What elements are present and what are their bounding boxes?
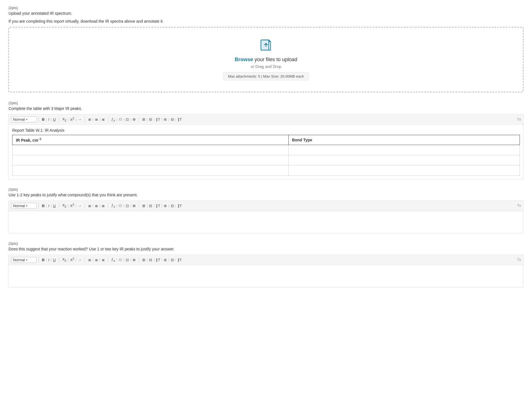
ir-peak-cell-2[interactable] [12,155,289,165]
table-group-3: ⊞ | ⊟ | ∥T | ⊛ | ⊟ | ∥T [141,203,183,208]
insert-group-3: ƒx | ⚇ | ⊡ | ⊕ [110,203,137,209]
style-select-4[interactable]: Normal ▾ [11,257,37,263]
table-button-4[interactable]: ⊞ [141,257,146,263]
table-opt2-2[interactable]: ∥T [155,117,161,122]
table-opt4-3[interactable]: ⊟ [170,203,175,208]
table-row[interactable] [12,155,520,165]
ir-peak-cell-3[interactable] [12,165,289,175]
bold-button-2[interactable]: B [41,117,46,122]
toolbar-4: Normal ▾ B | I | U X2 | X2 | → ≣ [8,255,524,265]
reaction-worked-editor-content[interactable] [8,265,524,288]
style-select-2[interactable]: Normal ▾ [11,116,37,122]
upload-dropzone[interactable]: Browse your files to upload or Drag and … [8,27,524,92]
unordered-list-button-3[interactable]: ≣ [94,203,99,208]
underline-button-2[interactable]: U [52,117,57,122]
attachment-button-4[interactable]: ⊕ [131,257,137,263]
browse-link[interactable]: Browse [235,57,253,62]
divider-4 [108,117,108,122]
script-group-4: X2 | X2 | → [61,257,83,263]
table-button-2[interactable]: ⊞ [141,117,146,122]
unordered-list-button-4[interactable]: ≣ [94,257,99,263]
table-opt1-3[interactable]: ⊟ [148,203,153,208]
table-opt3-2[interactable]: ⊛ [163,117,168,122]
reaction-worked-editor: Normal ▾ B | I | U X2 | X2 | → ≣ [8,255,524,288]
ir-peak-cell-1[interactable] [12,145,289,155]
toolbar-2: Normal ▾ B | I | U X2 | X2 | → ≣ [8,114,524,124]
table-opt3-3[interactable]: ⊛ [163,203,168,208]
ir-peak-table[interactable]: IR Peak, cm−1 Bond Type [12,135,520,176]
link-button-3[interactable]: ⚇ [118,203,123,208]
attachment-button-3[interactable]: ⊕ [131,203,137,208]
indent-button-2[interactable]: ≣ [101,117,106,122]
image-button-2[interactable]: ⊡ [125,117,130,122]
bond-type-cell-3[interactable] [288,165,520,175]
style-select-3[interactable]: Normal ▾ [11,203,37,209]
indent-button-4[interactable]: ≣ [101,257,106,263]
table-opt5-3[interactable]: ∥T [176,203,183,208]
italic-button-3[interactable]: I [47,203,51,208]
ir-table-editor-content[interactable]: Report Table W.1: IR Analysis IR Peak, c… [8,124,524,179]
ordered-list-button-4[interactable]: ≣ [87,257,92,263]
table-opt5-2[interactable]: ∥T [176,117,183,122]
unordered-list-button-2[interactable]: ≣ [94,117,99,122]
section2-instruction: Complete the table with 3 Major IR peaks… [8,106,524,111]
arrow-button-4[interactable]: → [77,257,83,263]
table-opt5-4[interactable]: ∥T [176,257,183,263]
image-button-3[interactable]: ⊡ [125,203,130,208]
underline-button-3[interactable]: U [52,203,57,208]
arrow-button-3[interactable]: → [77,203,83,208]
ordered-list-button-3[interactable]: ≣ [87,203,92,208]
formula-button-3[interactable]: ƒx [110,203,116,209]
bond-type-cell-2[interactable] [288,155,520,165]
upload-icon [259,39,273,53]
chevron-down-icon-3: ▾ [26,204,27,207]
image-button-4[interactable]: ⊡ [125,257,130,263]
underline-button-4[interactable]: U [52,257,57,263]
link-button-2[interactable]: ⚇ [118,117,123,122]
italic-button-2[interactable]: I [47,117,51,122]
table-opt4-4[interactable]: ⊟ [170,257,175,263]
table-button-3[interactable]: ⊞ [141,203,146,208]
tx-label-2: Tx [517,118,521,122]
format-group-2: B | I | U [41,117,57,122]
format-group-4: B | I | U [41,257,57,263]
table-row[interactable] [12,145,520,155]
table-opt1-4[interactable]: ⊟ [148,257,153,263]
style-select-label-3: Normal [13,204,25,208]
superscript-button-4[interactable]: X2 [69,257,75,263]
table-group-4: ⊞ | ⊟ | ∥T | ⊛ | ⊟ | ∥T [141,257,183,263]
formula-button-4[interactable]: ƒx [110,257,116,263]
sep4-2: | [76,118,76,122]
indent-button-3[interactable]: ≣ [101,203,106,208]
italic-button-4[interactable]: I [47,257,51,263]
subscript-button-2[interactable]: X2 [61,116,68,123]
superscript-button-2[interactable]: X2 [69,116,75,122]
link-button-4[interactable]: ⚇ [118,257,123,263]
divider-3 [85,117,85,122]
bold-button-3[interactable]: B [41,203,46,208]
section1-instruction: Upload your annotated IR spectrum. [8,11,524,16]
subscript-button-4[interactable]: X2 [61,257,68,263]
sep14-2: | [175,118,176,122]
attachment-button-2[interactable]: ⊕ [131,117,137,122]
section2-points: (2pts) [8,101,524,105]
sep6-2: | [99,118,100,122]
tx-label-3: Tx [517,204,521,208]
table-opt2-3[interactable]: ∥T [155,203,161,208]
subscript-button-3[interactable]: X2 [61,203,68,209]
superscript-button-3[interactable]: X2 [69,203,75,208]
section1-points: (2pts) [8,6,524,10]
table-opt4-2[interactable]: ⊟ [170,117,175,122]
arrow-button-2[interactable]: → [77,117,83,122]
formula-button-2[interactable]: ƒx [110,116,116,123]
table-row[interactable] [12,165,520,175]
bond-type-cell-1[interactable] [288,145,520,155]
tx-label-4: Tx [517,258,521,262]
justify-compound-editor-content[interactable] [8,211,524,233]
list-group-2: ≣ | ≣ | ≣ [87,117,106,122]
table-opt3-4[interactable]: ⊛ [163,257,168,263]
bold-button-4[interactable]: B [41,257,46,263]
ordered-list-button-2[interactable]: ≣ [87,117,92,122]
table-opt2-4[interactable]: ∥T [155,257,161,263]
table-opt1-2[interactable]: ⊟ [148,117,153,122]
